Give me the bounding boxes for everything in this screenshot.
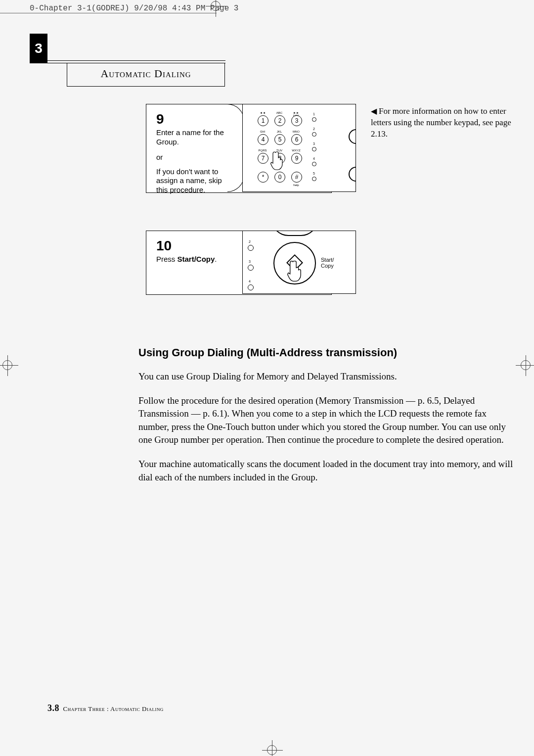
led-icon [312, 117, 316, 122]
led-icon [312, 132, 316, 137]
keypad-key-5: 5 [274, 134, 285, 145]
keypad-key-3: 3 [291, 115, 302, 126]
keypad-key-8: 8 [274, 153, 285, 164]
keypad-key-4: 4 [258, 134, 268, 145]
keypad-key-7: 7 [258, 153, 268, 164]
led-num: 4 [313, 157, 315, 160]
keypad-key-0: 0 [274, 172, 285, 183]
registration-mark-right [516, 355, 534, 376]
led-icon [312, 147, 316, 151]
key-label: WXYZ [290, 149, 302, 152]
side-note: ◀For more information on how to enter le… [371, 106, 513, 140]
registration-mark-bottom [262, 740, 283, 756]
footer-page: 3.8 [47, 703, 59, 713]
startcopy-illustration: 2 3 4 Start/ Copy [242, 231, 356, 294]
chapter-tab: 3 [30, 34, 47, 63]
keypad-key-6: 6 [291, 134, 302, 145]
led-num: 2 [313, 127, 315, 131]
top-arc [271, 231, 318, 236]
body-paragraph: You can use Group Dialing for Memory and… [138, 370, 517, 383]
keypad-key-star: * [258, 172, 268, 183]
header-title: Automatic Dialing [76, 67, 216, 80]
keypad-key-1: 1 [258, 115, 268, 126]
arrowhead-icon: ◀ [371, 106, 377, 117]
help-label: help [290, 184, 302, 187]
key-label: MNO [290, 130, 302, 133]
key-label: TUV [273, 149, 285, 152]
registration-mark-top [206, 0, 226, 17]
key-label: GHI [257, 130, 268, 133]
footer: 3.8 Chapter Three : Automatic Dialing [47, 703, 164, 713]
keypad-illustration: ◄◄ ABC ►► DEF GHI JKL MNO PQRS TUV WXYZ … [242, 104, 356, 192]
startcopy-label: Start/ Copy [321, 257, 334, 269]
body-content: Using Group Dialing (Multi-Address trans… [138, 346, 517, 495]
key-label: JKL [273, 130, 285, 133]
key-label: ◄◄ [257, 111, 268, 114]
step-9-or: or [156, 153, 233, 161]
body-paragraph: Your machine automatically scans the doc… [138, 458, 517, 484]
step9-curve [227, 104, 244, 192]
footer-text: Chapter Three : Automatic Dialing [63, 705, 164, 712]
step-9-number: 9 [156, 111, 233, 127]
led-num: 3 [249, 260, 251, 263]
led-num: 4 [249, 280, 251, 283]
keypad-key-hash: # [291, 172, 302, 183]
led-icon [312, 177, 316, 181]
slug-rule [0, 13, 217, 13]
key-label: PQRS [257, 149, 268, 152]
step-9-alt: If you don't want to assign a name, skip… [156, 167, 233, 195]
side-button [349, 129, 356, 144]
keypad-key-2: 2 [274, 115, 285, 126]
led-icon [312, 162, 316, 166]
step-10-desc: Press Start/Copy. [156, 255, 233, 264]
key-label: ABC [273, 111, 285, 114]
step-9-desc: Enter a name for the Group. [156, 128, 233, 147]
side-note-text: For more information on how to enter let… [371, 106, 511, 139]
led-icon [248, 284, 254, 290]
led-icon [248, 265, 254, 271]
side-button [349, 167, 356, 182]
led-num: 2 [249, 240, 251, 243]
body-paragraph: Follow the procedure for the desired ope… [138, 394, 517, 447]
keypad-key-9: 9 [291, 153, 302, 164]
led-icon [248, 245, 254, 251]
registration-mark-left [0, 355, 18, 376]
led-num: 3 [313, 142, 315, 145]
header-box: Automatic Dialing [67, 63, 225, 87]
step-10-number: 10 [156, 238, 233, 254]
led-num: 5 [313, 172, 315, 175]
section-heading: Using Group Dialing (Multi-Address trans… [138, 346, 517, 359]
led-num: 1 [313, 112, 315, 116]
